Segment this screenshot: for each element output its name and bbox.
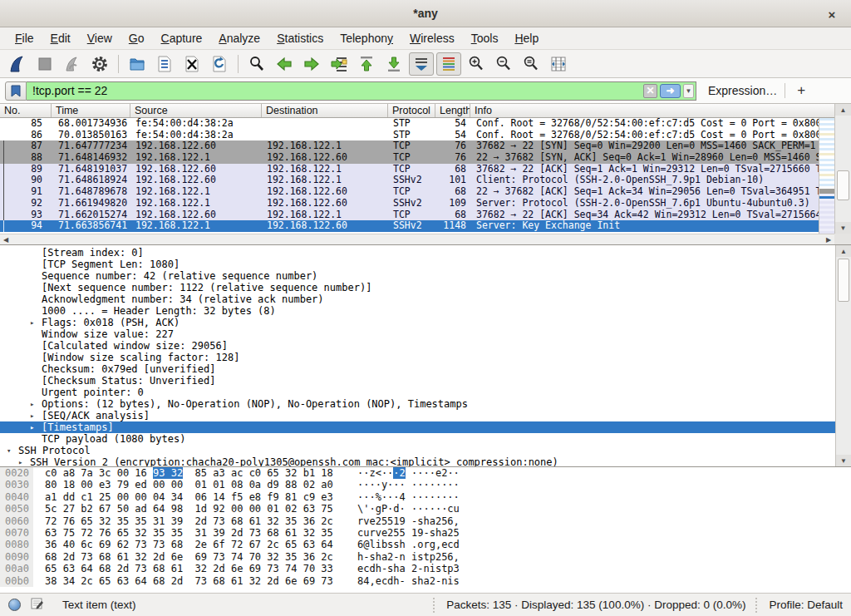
resize-columns-icon[interactable] (546, 52, 571, 76)
packet-row-87[interactable]: 8771.647777234192.168.122.60192.168.122.… (0, 140, 819, 152)
packet-row-92[interactable]: 9271.661949820192.168.122.1192.168.122.6… (0, 198, 819, 209)
packet-row-94[interactable]: 9471.663856741192.168.122.1192.168.122.6… (0, 220, 819, 232)
hex-row-0040[interactable]: 0040a1 dd c1 25 00 00 04 34 06 14 f5 e8 … (0, 491, 851, 503)
profile-text[interactable]: Profile: Default (769, 599, 843, 611)
menu-file[interactable]: File (7, 28, 42, 48)
column-header-no[interactable]: No. (0, 104, 52, 117)
zoom-original-icon[interactable] (519, 52, 544, 76)
hex-ascii[interactable]: 84,ecdh- sha2-nis (357, 575, 460, 587)
packet-row-91[interactable]: 9171.648789678192.168.122.1192.168.122.6… (0, 186, 819, 198)
hex-row-0080[interactable]: 008036 40 6c 69 62 73 73 68 2e 6f 72 67 … (0, 539, 851, 550)
packet-row-85[interactable]: 8568.001734936fe:54:00:d4:38:2aSTP54Conf… (0, 118, 819, 130)
detail-line[interactable]: ▸Flags: 0x018 (PSH, ACK) (0, 317, 835, 328)
hex-ascii[interactable]: curve255 19-sha25 (357, 527, 460, 539)
hex-bytes[interactable]: 38 34 2c 65 63 64 68 2d 73 68 61 32 2d 6… (45, 575, 333, 587)
packet-row-86[interactable]: 8670.013850163fe:54:00:d4:38:2aSTP54Conf… (0, 130, 819, 141)
stop-capture-icon[interactable] (32, 52, 57, 76)
hex-row-0060[interactable]: 006072 76 65 32 35 35 31 39 2d 73 68 61 … (0, 515, 851, 527)
filter-apply-icon[interactable]: ➜ (660, 84, 681, 98)
hex-row-0020[interactable]: 0020c0 a8 7a 3c 00 16 93 32 85 a3 ac c0 … (0, 467, 851, 479)
hex-bytes[interactable]: 36 40 6c 69 62 73 73 68 2e 6f 72 67 2c 6… (45, 539, 333, 550)
hex-bytes[interactable]: 85 a3 ac c0 65 32 b1 18 (183, 467, 333, 479)
expand-icon[interactable]: ▸ (30, 421, 34, 433)
hex-ascii-highlight[interactable]: ·2 (393, 467, 405, 479)
hex-ascii[interactable]: ··z<·· (357, 467, 393, 479)
filter-clear-icon[interactable]: ✕ (643, 84, 657, 98)
detail-line[interactable]: [Checksum Status: Unverified] (0, 375, 835, 387)
scroll-up-icon[interactable]: ▲ (835, 104, 851, 116)
zoom-out-icon[interactable] (491, 52, 516, 76)
find-packet-icon[interactable] (244, 52, 269, 76)
detail-line[interactable]: Acknowledgment number: 34 (relative ack … (0, 293, 835, 305)
hex-row-0050[interactable]: 00505c 27 b2 67 50 ad 64 98 1d 92 00 00 … (0, 503, 851, 515)
close-window-icon[interactable]: × (823, 5, 841, 23)
hex-bytes[interactable]: 80 18 00 e3 79 ed 00 00 01 01 08 0a d9 8… (45, 479, 333, 490)
auto-scroll-icon[interactable] (409, 52, 434, 76)
intelligent-scrollbar-minimap[interactable] (819, 118, 834, 234)
reload-file-icon[interactable] (207, 52, 232, 76)
menu-statistics[interactable]: Statistics (268, 28, 332, 48)
go-to-packet-icon[interactable] (327, 52, 352, 76)
detail-line[interactable]: Urgent pointer: 0 (0, 387, 835, 398)
hex-ascii[interactable]: ····e2·· (406, 467, 460, 479)
detail-line[interactable]: [Window size scaling factor: 128] (0, 352, 835, 363)
packet-list-hscrollbar[interactable]: ◀ ▶ (0, 234, 834, 244)
hex-row-00b0[interactable]: 00b038 34 2c 65 63 64 68 2d 73 68 61 32 … (0, 575, 851, 587)
hex-ascii[interactable]: 6@libssh .org,ecd (357, 539, 460, 550)
display-filter-input[interactable]: !tcp.port == 22 ✕ ➜ ▼ (27, 81, 696, 101)
hex-bytes-highlight[interactable]: 93 32 (153, 467, 183, 479)
menu-tools[interactable]: Tools (463, 28, 507, 48)
expand-icon[interactable]: ▸ (30, 317, 34, 328)
colorize-icon[interactable] (436, 52, 461, 76)
detail-line[interactable]: [Stream index: 0] (0, 247, 835, 259)
hex-ascii[interactable]: h-sha2-n istp256, (357, 551, 460, 563)
hex-ascii[interactable]: rve25519 -sha256, (357, 515, 460, 527)
packet-row-89[interactable]: 8971.648191037192.168.122.60192.168.122.… (0, 164, 819, 175)
column-header-length[interactable]: Length (435, 104, 470, 117)
scroll-up-icon[interactable]: ▲ (836, 245, 851, 257)
menu-telephony[interactable]: Telephony (332, 28, 401, 48)
detail-line[interactable]: 1000 .... = Header Length: 32 bytes (8) (0, 305, 835, 317)
expression-button[interactable]: Expression… (708, 84, 777, 97)
filter-dropdown-icon[interactable]: ▼ (683, 84, 694, 98)
expand-icon[interactable]: ▸ (18, 456, 22, 467)
detail-line[interactable]: [Calculated window size: 29056] (0, 340, 835, 352)
detail-line[interactable]: ▸[Timestamps] (0, 421, 835, 433)
detail-line[interactable]: Checksum: 0x79ed [unverified] (0, 363, 835, 375)
detail-line[interactable]: ▸Options: (12 bytes), No-Operation (NOP)… (0, 398, 835, 410)
detail-line[interactable]: Window size value: 227 (0, 328, 835, 340)
menu-analyze[interactable]: Analyze (210, 28, 268, 48)
hex-ascii[interactable]: ecdh-sha 2-nistp3 (357, 563, 460, 574)
open-file-icon[interactable] (125, 52, 150, 76)
save-file-icon[interactable] (152, 52, 177, 76)
detail-line[interactable]: [TCP Segment Len: 1080] (0, 259, 835, 270)
scroll-left-icon[interactable]: ◀ (0, 234, 12, 244)
capture-options-icon[interactable] (87, 52, 112, 76)
hex-ascii[interactable]: ···%···4 ········ (357, 491, 460, 503)
scroll-down-icon[interactable]: ▼ (836, 455, 851, 466)
capture-comment-icon[interactable] (31, 597, 44, 614)
menu-wireless[interactable]: Wireless (401, 28, 463, 48)
packet-row-93[interactable]: 9371.662015274192.168.122.60192.168.122.… (0, 209, 819, 221)
go-first-icon[interactable] (354, 52, 379, 76)
hex-bytes[interactable]: 68 2d 73 68 61 32 2d 6e 69 73 74 70 32 3… (45, 551, 333, 563)
column-header-destination[interactable]: Destination (262, 104, 388, 117)
column-header-info[interactable]: Info (470, 104, 851, 117)
go-forward-icon[interactable] (299, 52, 324, 76)
packet-row-88[interactable]: 8871.648146932192.168.122.1192.168.122.6… (0, 152, 819, 164)
scroll-right-icon[interactable]: ▶ (823, 234, 834, 244)
expert-info-icon[interactable] (8, 599, 21, 611)
menu-help[interactable]: Help (506, 28, 547, 48)
hex-bytes[interactable]: a1 dd c1 25 00 00 04 34 06 14 f5 e8 f9 8… (45, 491, 333, 503)
detail-line[interactable]: TCP payload (1080 bytes) (0, 433, 835, 445)
menu-capture[interactable]: Capture (153, 28, 211, 48)
hex-bytes[interactable]: 72 76 65 32 35 35 31 39 2d 73 68 61 32 3… (45, 515, 333, 527)
hex-ascii[interactable]: \'·gP·d· ······cu (357, 503, 460, 515)
detail-line[interactable]: ▸[SEQ/ACK analysis] (0, 410, 835, 421)
filter-bookmark-icon[interactable] (5, 81, 27, 101)
hex-row-0090[interactable]: 009068 2d 73 68 61 32 2d 6e 69 73 74 70 … (0, 551, 851, 563)
collapse-icon[interactable]: ▾ (7, 445, 11, 456)
hex-bytes[interactable]: 65 63 64 68 2d 73 68 61 32 2d 6e 69 73 7… (45, 563, 333, 574)
details-vscrollbar[interactable]: ▲ ▼ (835, 245, 851, 466)
hex-row-0070[interactable]: 007063 75 72 76 65 32 35 35 31 39 2d 73 … (0, 527, 851, 539)
